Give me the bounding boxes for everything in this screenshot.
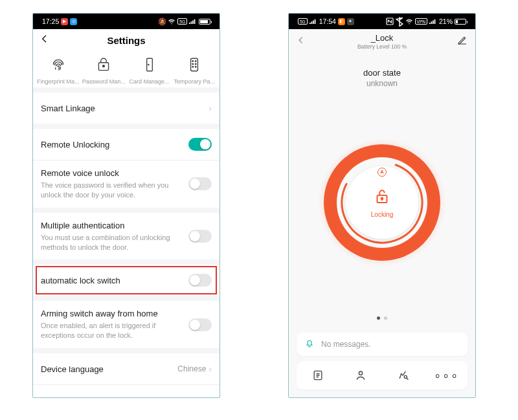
row-title: Device language (41, 364, 172, 374)
more-icon: ∘∘∘ (434, 368, 459, 382)
network-type-icon: 5G (177, 18, 187, 25)
chevron-right-icon: › (208, 364, 212, 374)
status-bar: 17:25 ▶ ◎ 🔕 5G (33, 14, 220, 29)
svg-rect-3 (194, 19, 196, 25)
row-title: Remote Unlocking (41, 140, 183, 149)
phone-settings: 17:25 ▶ ◎ 🔕 5G Settings Fingerprint Ma (32, 13, 220, 398)
signal-icon (429, 17, 437, 25)
chevron-right-icon: › (208, 103, 212, 113)
row-subtitle: Once enabled, an alert is triggered if e… (41, 321, 183, 340)
svg-rect-16 (311, 21, 312, 24)
status-app-icon: ◎ (70, 18, 77, 25)
battery-icon (455, 19, 466, 25)
svg-rect-6 (146, 58, 152, 71)
status-time: 17:54 (319, 17, 336, 25)
network-type-icon: 5G (298, 18, 308, 25)
row-smart-linkage[interactable]: Smart Linkage › (33, 93, 220, 124)
back-button[interactable] (39, 34, 50, 47)
svg-rect-18 (314, 19, 315, 25)
lock-status-label: Locking (371, 211, 393, 218)
svg-rect-15 (310, 23, 311, 25)
header: _Lock Battery Level 100 % (289, 29, 475, 54)
toggle-remote-unlocking[interactable] (188, 138, 212, 151)
svg-point-5 (103, 65, 105, 67)
row-remote-voice: Remote voice unlock The voice password i… (33, 160, 220, 208)
battery-level: Battery Level 100 % (357, 43, 407, 50)
shortcut-card[interactable]: Card Manage... (127, 56, 172, 85)
mute-icon: 🔕 (158, 17, 166, 25)
svg-rect-2 (192, 20, 194, 24)
status-time: 17:25 (42, 17, 59, 25)
row-arming: Arming switch away from home Once enable… (33, 301, 220, 348)
door-state: door state unknown (289, 68, 475, 88)
messages-card[interactable]: No messages. (297, 333, 467, 356)
messages-text: No messages. (321, 340, 371, 349)
door-state-value: unknown (289, 79, 475, 88)
toggle-remote-voice[interactable] (188, 177, 212, 190)
phone-lock: 5G 17:54 ◧ ✦ VPN 21% (288, 13, 476, 398)
row-key-tone[interactable]: key tone key mute › (33, 385, 220, 398)
back-button[interactable] (297, 36, 306, 47)
svg-rect-17 (313, 20, 314, 24)
shortcut-row: Fingerprint Ma... Password Man... Card M… (33, 51, 220, 87)
shortcut-label: Fingerprint Ma... (36, 78, 81, 85)
bluetooth-icon (396, 17, 403, 25)
status-app-icon: ▶ (61, 18, 68, 25)
nfc-icon (386, 17, 394, 25)
shortcut-label: Password Man... (81, 78, 127, 85)
unlock-icon (372, 186, 392, 208)
signal-icon (189, 17, 197, 25)
door-state-label: door state (289, 68, 475, 78)
row-subtitle: The voice password is verified when you … (41, 181, 183, 200)
svg-point-28 (359, 371, 362, 375)
svg-rect-0 (189, 23, 190, 25)
tab-logs[interactable] (297, 369, 339, 382)
toggle-arming[interactable] (188, 318, 212, 331)
vpn-icon: VPN (415, 18, 427, 25)
signal-icon (310, 17, 317, 25)
svg-point-14 (196, 66, 197, 67)
svg-point-12 (196, 63, 197, 65)
svg-point-10 (196, 61, 197, 62)
status-bar: 5G 17:54 ◧ ✦ VPN 21% (289, 14, 475, 29)
row-title: key tone (41, 396, 170, 398)
shortcut-label: Temporary Pa... (172, 78, 217, 85)
toggle-auto-lock[interactable] (188, 274, 212, 287)
row-title: Smart Linkage (41, 104, 201, 113)
svg-rect-23 (434, 19, 436, 25)
row-value: key mute (175, 396, 207, 398)
svg-point-9 (192, 61, 194, 62)
svg-rect-1 (191, 21, 192, 24)
bell-icon (304, 338, 315, 351)
tab-settings[interactable] (382, 369, 425, 382)
svg-rect-8 (191, 58, 198, 71)
svg-point-7 (148, 64, 148, 65)
row-auto-lock: automatic lock switch (33, 265, 220, 296)
row-title: automatic lock switch (41, 276, 183, 285)
wifi-icon (168, 17, 175, 25)
header: Settings (33, 29, 220, 51)
tab-bar: ∘∘∘ (297, 361, 467, 390)
pager-dot (384, 316, 387, 320)
shortcut-temporary[interactable]: Temporary Pa... (172, 56, 217, 85)
shortcut-label: Card Manage... (127, 78, 172, 85)
row-device-language[interactable]: Device language Chinese › (33, 353, 220, 384)
edit-button[interactable] (457, 35, 467, 48)
row-title: Arming switch away from home (41, 309, 183, 318)
tab-users[interactable] (339, 369, 382, 382)
shortcut-password[interactable]: Password Man... (81, 56, 127, 85)
page-title: Settings (107, 35, 145, 46)
row-title: Remote voice unlock (41, 168, 183, 178)
toggle-multi-auth[interactable] (188, 230, 212, 243)
wifi-icon (405, 17, 413, 25)
row-value: Chinese (177, 364, 206, 373)
row-multi-auth: Multiple authentication You must use a c… (33, 213, 220, 260)
battery-icon (199, 19, 210, 25)
status-app-icon: ◧ (338, 18, 345, 25)
shortcut-fingerprint[interactable]: Fingerprint Ma... (36, 56, 81, 85)
row-subtitle: You must use a combination of unlocking … (41, 233, 183, 252)
status-app-icon: ✦ (347, 18, 354, 25)
svg-point-26 (381, 197, 383, 199)
tab-more[interactable]: ∘∘∘ (425, 368, 467, 382)
lock-ring[interactable]: A Locking (324, 144, 440, 261)
